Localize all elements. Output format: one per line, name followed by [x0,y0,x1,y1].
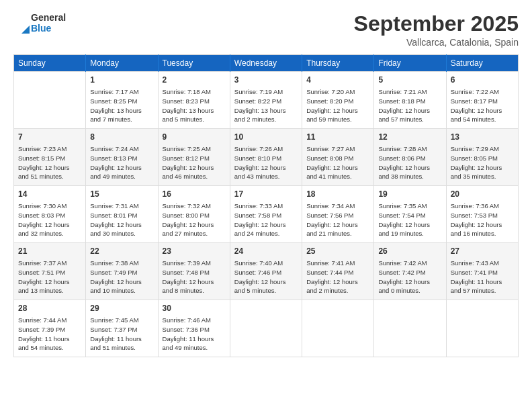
cell-info: Sunrise: 7:36 AM Sunset: 7:53 PM Dayligh… [451,201,514,238]
cell-info: Sunrise: 7:35 AM Sunset: 7:54 PM Dayligh… [378,201,441,238]
cell-date: 27 [451,246,514,257]
calendar-week-row: 7Sunrise: 7:23 AM Sunset: 8:15 PM Daylig… [14,129,519,186]
calendar-cell: 29Sunrise: 7:45 AM Sunset: 7:37 PM Dayli… [86,300,158,357]
cell-info: Sunrise: 7:31 AM Sunset: 8:01 PM Dayligh… [90,201,153,238]
logo-blue: Blue [31,23,66,34]
calendar-cell [302,300,374,357]
calendar-cell: 12Sunrise: 7:28 AM Sunset: 8:06 PM Dayli… [374,129,446,186]
calendar-cell: 11Sunrise: 7:27 AM Sunset: 8:08 PM Dayli… [302,129,374,186]
calendar-cell [14,72,86,129]
calendar-cell: 5Sunrise: 7:21 AM Sunset: 8:18 PM Daylig… [374,72,446,129]
cell-date: 16 [163,189,226,200]
calendar-cell [446,300,518,357]
cell-date: 12 [378,132,441,143]
header: General Blue September 2025 Vallcarca, C… [13,12,519,48]
cell-date: 30 [163,303,226,314]
cell-date: 23 [163,246,226,257]
calendar-day-header: Tuesday [158,55,230,72]
logo: General Blue [13,12,66,34]
cell-date: 9 [163,132,226,143]
cell-date: 18 [306,189,369,200]
calendar-cell: 26Sunrise: 7:42 AM Sunset: 7:42 PM Dayli… [374,243,446,300]
logo-container: General Blue [13,12,66,34]
cell-date: 10 [234,132,298,143]
calendar-cell: 28Sunrise: 7:44 AM Sunset: 7:39 PM Dayli… [14,300,86,357]
cell-info: Sunrise: 7:42 AM Sunset: 7:42 PM Dayligh… [378,259,441,295]
calendar-cell: 4Sunrise: 7:20 AM Sunset: 8:20 PM Daylig… [302,72,374,129]
calendar-day-header: Saturday [446,55,518,72]
calendar-cell: 2Sunrise: 7:18 AM Sunset: 8:23 PM Daylig… [158,72,230,129]
cell-date: 3 [234,75,298,86]
cell-info: Sunrise: 7:24 AM Sunset: 8:13 PM Dayligh… [90,144,153,181]
cell-date: 25 [306,246,369,257]
cell-date: 6 [451,75,514,86]
cell-date: 17 [234,189,298,200]
calendar-cell: 7Sunrise: 7:23 AM Sunset: 8:15 PM Daylig… [14,129,86,186]
cell-date: 13 [451,132,514,143]
cell-date: 14 [18,189,81,200]
cell-info: Sunrise: 7:26 AM Sunset: 8:10 PM Dayligh… [234,144,298,181]
calendar-cell: 18Sunrise: 7:34 AM Sunset: 7:56 PM Dayli… [302,186,374,243]
calendar-cell: 20Sunrise: 7:36 AM Sunset: 7:53 PM Dayli… [446,186,518,243]
cell-date: 11 [306,132,369,143]
calendar-day-header: Friday [374,55,446,72]
cell-info: Sunrise: 7:28 AM Sunset: 8:06 PM Dayligh… [378,144,441,181]
cell-info: Sunrise: 7:37 AM Sunset: 7:51 PM Dayligh… [18,259,81,295]
cell-date: 15 [90,189,153,200]
calendar-cell: 21Sunrise: 7:37 AM Sunset: 7:51 PM Dayli… [14,243,86,300]
cell-date: 19 [378,189,441,200]
cell-info: Sunrise: 7:22 AM Sunset: 8:17 PM Dayligh… [451,87,514,124]
calendar-cell: 27Sunrise: 7:43 AM Sunset: 7:41 PM Dayli… [446,243,518,300]
calendar-cell: 16Sunrise: 7:32 AM Sunset: 8:00 PM Dayli… [158,186,230,243]
cell-info: Sunrise: 7:39 AM Sunset: 7:48 PM Dayligh… [163,259,226,295]
cell-info: Sunrise: 7:27 AM Sunset: 8:08 PM Dayligh… [306,144,369,181]
calendar-day-header: Wednesday [230,55,302,72]
cell-info: Sunrise: 7:30 AM Sunset: 8:03 PM Dayligh… [18,201,81,238]
cell-info: Sunrise: 7:41 AM Sunset: 7:44 PM Dayligh… [306,259,369,295]
cell-info: Sunrise: 7:19 AM Sunset: 8:22 PM Dayligh… [234,87,298,124]
calendar-cell: 25Sunrise: 7:41 AM Sunset: 7:44 PM Dayli… [302,243,374,300]
cell-info: Sunrise: 7:46 AM Sunset: 7:36 PM Dayligh… [163,316,226,353]
cell-date: 26 [378,246,441,257]
title-block: September 2025 Vallcarca, Catalonia, Spa… [354,12,519,48]
cell-date: 20 [451,189,514,200]
cell-info: Sunrise: 7:29 AM Sunset: 8:05 PM Dayligh… [451,144,514,181]
calendar-week-row: 21Sunrise: 7:37 AM Sunset: 7:51 PM Dayli… [14,243,519,300]
cell-date: 1 [90,75,153,86]
calendar-table: SundayMondayTuesdayWednesdayThursdayFrid… [13,54,519,357]
cell-info: Sunrise: 7:18 AM Sunset: 8:23 PM Dayligh… [163,87,226,124]
cell-info: Sunrise: 7:25 AM Sunset: 8:12 PM Dayligh… [163,144,226,181]
cell-date: 29 [90,303,153,314]
calendar-cell: 1Sunrise: 7:17 AM Sunset: 8:25 PM Daylig… [86,72,158,129]
logo-text-block: General Blue [31,12,66,34]
calendar-cell: 24Sunrise: 7:40 AM Sunset: 7:46 PM Dayli… [230,243,302,300]
cell-date: 8 [90,132,153,143]
cell-info: Sunrise: 7:20 AM Sunset: 8:20 PM Dayligh… [306,87,369,124]
cell-info: Sunrise: 7:34 AM Sunset: 7:56 PM Dayligh… [306,201,369,238]
calendar-cell: 17Sunrise: 7:33 AM Sunset: 7:58 PM Dayli… [230,186,302,243]
calendar-cell: 22Sunrise: 7:38 AM Sunset: 7:49 PM Dayli… [86,243,158,300]
calendar-cell [230,300,302,357]
calendar-day-header: Sunday [14,55,86,72]
calendar-week-row: 28Sunrise: 7:44 AM Sunset: 7:39 PM Dayli… [14,300,519,357]
cell-info: Sunrise: 7:33 AM Sunset: 7:58 PM Dayligh… [234,201,298,238]
calendar-cell: 23Sunrise: 7:39 AM Sunset: 7:48 PM Dayli… [158,243,230,300]
calendar-cell: 10Sunrise: 7:26 AM Sunset: 8:10 PM Dayli… [230,129,302,186]
calendar-cell: 14Sunrise: 7:30 AM Sunset: 8:03 PM Dayli… [14,186,86,243]
cell-date: 2 [163,75,226,86]
page: General Blue September 2025 Vallcarca, C… [0,0,532,411]
logo-general: General [31,12,66,23]
cell-info: Sunrise: 7:32 AM Sunset: 8:00 PM Dayligh… [163,201,226,238]
calendar-cell: 19Sunrise: 7:35 AM Sunset: 7:54 PM Dayli… [374,186,446,243]
cell-date: 5 [378,75,441,86]
cell-info: Sunrise: 7:45 AM Sunset: 7:37 PM Dayligh… [90,316,153,353]
calendar-cell: 8Sunrise: 7:24 AM Sunset: 8:13 PM Daylig… [86,129,158,186]
calendar-cell: 15Sunrise: 7:31 AM Sunset: 8:01 PM Dayli… [86,186,158,243]
cell-date: 22 [90,246,153,257]
cell-info: Sunrise: 7:38 AM Sunset: 7:49 PM Dayligh… [90,259,153,295]
calendar-cell [374,300,446,357]
cell-info: Sunrise: 7:43 AM Sunset: 7:41 PM Dayligh… [451,259,514,295]
cell-info: Sunrise: 7:21 AM Sunset: 8:18 PM Dayligh… [378,87,441,124]
cell-date: 28 [18,303,81,314]
cell-info: Sunrise: 7:23 AM Sunset: 8:15 PM Dayligh… [18,144,81,181]
